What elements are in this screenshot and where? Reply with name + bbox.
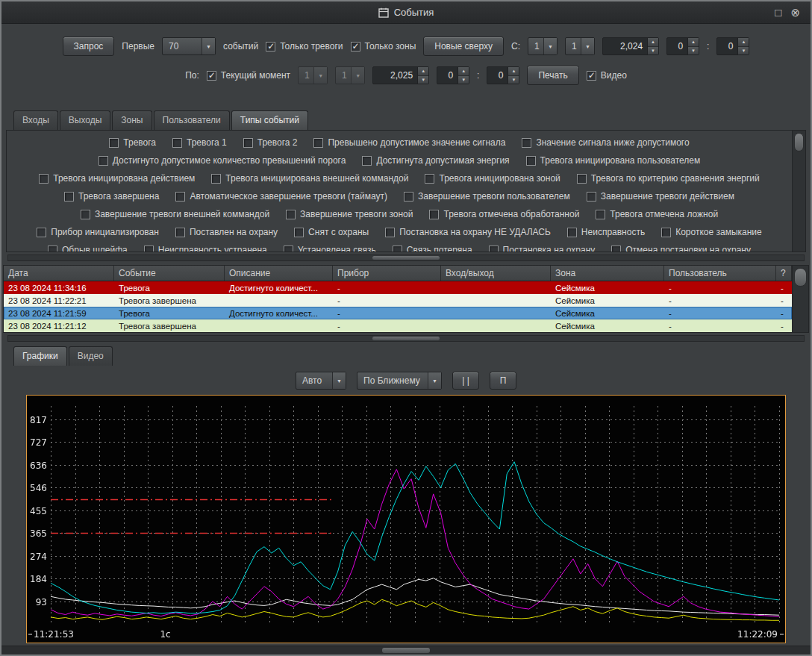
event-type-checkbox[interactable]: Тревога отмечена ложной <box>596 209 718 219</box>
event-type-checkbox[interactable]: Автоматическое завершение тревоги (тайма… <box>175 191 387 202</box>
tab-users[interactable]: Пользователи <box>154 110 230 130</box>
chart-horizontal-scrollbar[interactable] <box>1 646 811 655</box>
column-io[interactable]: Вход/выход <box>441 266 551 281</box>
spin-up-icon[interactable]: ▲ <box>458 67 469 75</box>
close-button[interactable]: ⊗ <box>790 7 800 18</box>
event-type-checkbox[interactable]: Поставлен на охрану <box>175 227 278 237</box>
table-row[interactable]: 23 08 2024 11:21:59ТревогаДостигнуто кол… <box>4 307 792 319</box>
column-event[interactable]: Событие <box>114 266 225 281</box>
event-type-checkbox[interactable]: Завершение тревоги пользователем <box>404 191 570 202</box>
from-minute-spinner[interactable]: 0 ▲ ▼ <box>716 37 749 55</box>
tab-event-types[interactable]: Типы событий <box>231 110 308 130</box>
column-description[interactable]: Описание <box>225 266 333 281</box>
event-type-checkbox[interactable]: Превышено допустимое значение сигнала <box>313 137 505 148</box>
event-type-checkbox[interactable]: Достигнута допустимая энергия <box>362 155 509 166</box>
signal-chart-canvas[interactable] <box>27 396 785 643</box>
video-checkbox[interactable]: Видео <box>587 70 627 81</box>
event-type-checkbox[interactable]: Тревога отмечена обработанной <box>429 209 579 219</box>
from-day-select[interactable]: 1 ▼ <box>528 37 558 55</box>
to-month-select[interactable]: 1 ▼ <box>335 66 365 84</box>
column-question[interactable]: ? <box>776 266 792 281</box>
table-horizontal-scrollbar[interactable] <box>7 335 805 342</box>
event-type-checkbox[interactable]: Значение сигнала ниже допустимого <box>522 137 689 148</box>
event-types-vertical-scrollbar[interactable] <box>792 131 805 252</box>
spin-up-icon[interactable]: ▲ <box>738 38 749 46</box>
event-type-checkbox[interactable]: Достигнуто допустимое количество превыше… <box>99 155 346 166</box>
spin-down-icon[interactable]: ▼ <box>648 46 658 55</box>
event-type-checkbox[interactable]: Завершение тревоги зоной <box>286 209 413 219</box>
event-type-checkbox[interactable]: Постановка на охрану <box>489 245 596 252</box>
scrollbar-thumb[interactable] <box>382 648 430 653</box>
column-zone[interactable]: Зона <box>551 266 664 281</box>
event-type-checkbox[interactable]: Тревога инициирована действием <box>39 173 195 184</box>
event-type-checkbox[interactable]: Установлена связь <box>284 245 376 252</box>
tab-video[interactable]: Видео <box>69 346 113 366</box>
from-month-select[interactable]: 1 ▼ <box>565 37 595 55</box>
spin-up-icon[interactable]: ▲ <box>688 38 699 46</box>
tab-charts[interactable]: Графики <box>13 346 67 366</box>
event-type-checkbox[interactable]: Обрыв шлейфа <box>48 245 128 252</box>
event-type-checkbox[interactable]: Постановка на охрану НЕ УДАЛАСЬ <box>385 227 551 237</box>
print-button[interactable]: Печать <box>527 66 578 85</box>
event-type-checkbox[interactable]: Тревога инициирована внешней коммандой <box>211 173 408 184</box>
event-type-checkbox[interactable]: Тревога 2 <box>243 137 298 148</box>
only-alarms-checkbox[interactable]: Только тревоги <box>266 41 343 51</box>
title-bar[interactable]: События □ ⊗ <box>1 1 811 24</box>
to-hour-spinner[interactable]: 0 ▲ ▼ <box>437 66 469 84</box>
tab-zones[interactable]: Зоны <box>112 110 152 130</box>
event-type-checkbox[interactable]: Тревога инициирована зоной <box>425 173 560 184</box>
spin-down-icon[interactable]: ▼ <box>458 75 469 84</box>
p-button[interactable]: П <box>490 372 516 390</box>
from-year-spinner[interactable]: 2,024 ▲ ▼ <box>602 37 659 55</box>
event-type-checkbox[interactable]: Тревога инициирована пользователем <box>526 155 701 166</box>
scrollbar-thumb[interactable] <box>794 268 807 287</box>
spin-up-icon[interactable]: ▲ <box>648 38 658 46</box>
event-type-checkbox[interactable]: Неисправность устранена <box>144 245 267 252</box>
event-type-checkbox[interactable]: Снят с охраны <box>294 227 369 237</box>
table-row[interactable]: 23 08 2024 11:34:16ТревогаДостигнуто кол… <box>4 281 792 294</box>
tab-inputs[interactable]: Входы <box>13 110 58 130</box>
scrollbar-thumb[interactable] <box>794 133 804 151</box>
spin-up-icon[interactable]: ▲ <box>508 67 519 75</box>
column-device[interactable]: Прибор <box>333 266 441 281</box>
maximize-button[interactable]: □ <box>775 7 781 18</box>
events-count-select[interactable]: 70 ▼ <box>162 37 216 55</box>
event-type-checkbox[interactable]: Тревога 1 <box>172 137 227 148</box>
column-date[interactable]: Дата <box>4 266 114 281</box>
spin-down-icon[interactable]: ▼ <box>508 75 519 84</box>
spin-down-icon[interactable]: ▼ <box>418 75 428 84</box>
event-types-horizontal-scrollbar[interactable] <box>7 254 805 261</box>
to-minute-spinner[interactable]: 0 ▲ ▼ <box>487 66 519 84</box>
event-type-checkbox[interactable]: Прибор инициализирован <box>37 227 159 237</box>
to-day-select[interactable]: 1 ▼ <box>298 66 328 84</box>
table-row[interactable]: 23 08 2024 11:21:12Тревога завершена-Сей… <box>4 319 792 332</box>
spin-down-icon[interactable]: ▼ <box>688 46 699 55</box>
scrollbar-thumb[interactable] <box>372 337 440 340</box>
table-cell-io <box>441 294 551 307</box>
pause-button[interactable]: | | <box>452 372 479 390</box>
event-type-checkbox[interactable]: Отмена постановки на охрану <box>611 245 751 252</box>
event-type-checkbox[interactable]: Завершение тревоги действием <box>587 191 734 202</box>
event-type-checkbox[interactable]: Тревога по критерию сравнения энергий <box>577 173 760 184</box>
scrollbar-thumb[interactable] <box>372 256 440 260</box>
column-user[interactable]: Пользователь <box>664 266 776 281</box>
query-button[interactable]: Запрос <box>63 37 115 56</box>
current-moment-checkbox[interactable]: Текущий момент <box>207 70 290 81</box>
to-year-spinner[interactable]: 2,025 ▲ ▼ <box>372 66 429 84</box>
chart-mode-select[interactable]: Авто ▼ <box>296 372 346 390</box>
spin-up-icon[interactable]: ▲ <box>418 67 428 75</box>
new-on-top-button[interactable]: Новые сверху <box>423 37 504 56</box>
event-type-checkbox[interactable]: Короткое замыкание <box>661 227 762 237</box>
event-type-checkbox[interactable]: Связь потеряна <box>393 245 472 252</box>
chart-align-select[interactable]: По Ближнему ▼ <box>357 372 442 390</box>
event-type-checkbox[interactable]: Неисправность <box>567 227 645 237</box>
tab-outputs[interactable]: Выходы <box>60 110 111 130</box>
event-type-checkbox[interactable]: Тревога <box>109 137 156 148</box>
event-type-checkbox[interactable]: Завершение тревоги внешней коммандой <box>81 209 269 219</box>
table-row[interactable]: 23 08 2024 11:22:21Тревога завершена-Сей… <box>4 294 792 307</box>
spin-down-icon[interactable]: ▼ <box>738 46 749 55</box>
table-vertical-scrollbar[interactable] <box>793 265 809 333</box>
from-hour-spinner[interactable]: 0 ▲ ▼ <box>666 37 699 55</box>
event-type-checkbox[interactable]: Тревога завершена <box>64 191 159 202</box>
only-zones-checkbox[interactable]: Только зоны <box>351 41 416 51</box>
